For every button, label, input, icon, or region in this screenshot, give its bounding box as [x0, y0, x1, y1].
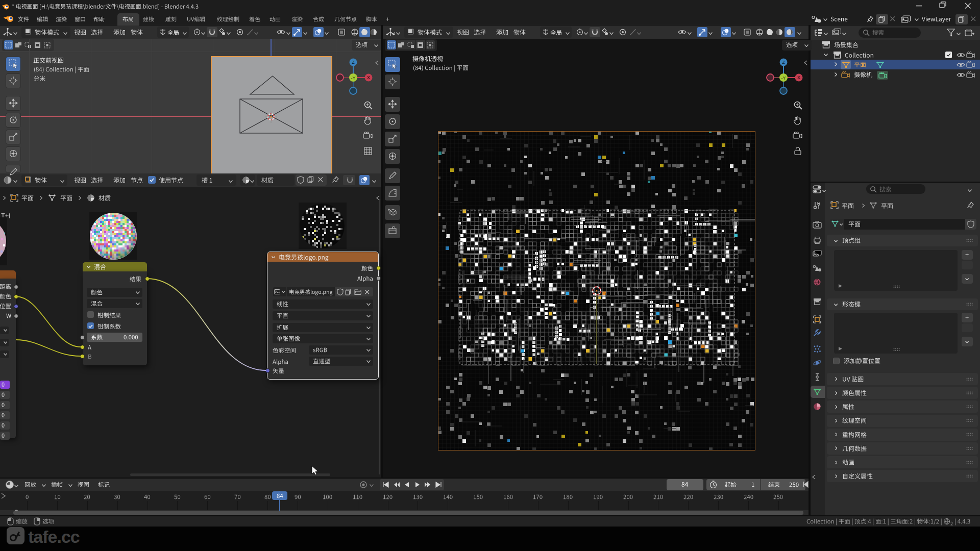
svg-text:Z: Z	[782, 60, 785, 65]
svg-text:-Y: -Y	[781, 76, 786, 81]
svg-text:X: X	[367, 75, 370, 80]
svg-text:-Y: -Y	[351, 76, 356, 81]
svg-text:tafe.cc: tafe.cc	[28, 527, 80, 546]
svg-text:Z: Z	[352, 60, 355, 65]
svg-text:X: X	[797, 75, 800, 80]
